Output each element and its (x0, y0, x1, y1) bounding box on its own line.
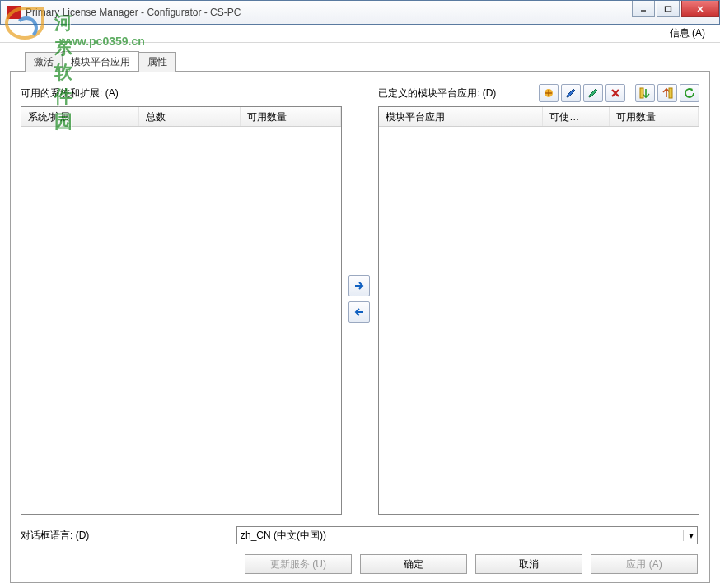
language-select[interactable]: zh_CN (中文(中国)) ▾ (236, 526, 698, 544)
delete-button[interactable] (605, 84, 625, 102)
right-col-available[interactable]: 可用数量 (610, 107, 699, 126)
language-label: 对话框语言: (D) (21, 529, 227, 543)
import-button[interactable] (635, 84, 655, 102)
left-col-total[interactable]: 总数 (139, 107, 240, 126)
menu-info[interactable]: 信息 (A) (665, 25, 710, 42)
tabstrip: 激活 模块平台应用 属性 (25, 51, 710, 71)
right-list-header: 模块平台应用 可使… 可用数量 (379, 107, 699, 127)
svg-rect-5 (640, 88, 643, 98)
cancel-button[interactable]: 取消 (475, 554, 582, 574)
tab-panel: 可用的系统和扩展: (A) 系统/扩展 总数 可用数量 (10, 71, 710, 583)
svg-rect-6 (669, 88, 672, 98)
left-col-system[interactable]: 系统/扩展 (21, 107, 139, 126)
tab-attributes[interactable]: 属性 (138, 52, 176, 72)
left-list-header: 系统/扩展 总数 可用数量 (21, 107, 341, 127)
app-icon (7, 6, 21, 19)
right-list[interactable]: 模块平台应用 可使… 可用数量 (378, 106, 699, 515)
right-col-module[interactable]: 模块平台应用 (379, 107, 543, 126)
export-button[interactable] (657, 84, 677, 102)
right-label: 已定义的模块平台应用: (D) (378, 86, 539, 100)
dialog-buttons: 更新服务 (U) 确定 取消 应用 (A) (21, 554, 699, 574)
right-col-usable[interactable]: 可使… (543, 107, 610, 126)
window-controls (630, 1, 719, 17)
svg-rect-1 (666, 7, 671, 12)
titlebar: Primary License Manager - Configurator -… (0, 0, 720, 25)
transfer-buttons (348, 83, 372, 515)
maximize-button[interactable] (657, 1, 680, 17)
edit-button[interactable] (561, 84, 581, 102)
left-list[interactable]: 系统/扩展 总数 可用数量 (21, 106, 342, 515)
two-pane: 可用的系统和扩展: (A) 系统/扩展 总数 可用数量 (21, 83, 699, 515)
left-pane: 可用的系统和扩展: (A) 系统/扩展 总数 可用数量 (21, 83, 342, 515)
minimize-button[interactable] (632, 1, 655, 17)
refresh-button[interactable] (680, 84, 699, 102)
right-pane: 已定义的模块平台应用: (D) 模块平台应用 (378, 83, 699, 515)
language-row: 对话框语言: (D) zh_CN (中文(中国)) ▾ (21, 526, 699, 544)
window-title: Primary License Manager - Configurator -… (26, 7, 719, 18)
tab-modules[interactable]: 模块平台应用 (62, 51, 139, 71)
right-toolbar (539, 84, 699, 102)
left-col-available[interactable]: 可用数量 (241, 107, 341, 126)
new-button[interactable] (539, 84, 559, 102)
edit-alt-button[interactable] (583, 84, 603, 102)
client-area: 激活 模块平台应用 属性 可用的系统和扩展: (A) 系统/扩展 总数 可用数量 (0, 43, 720, 588)
move-right-button[interactable] (348, 275, 370, 296)
update-service-button[interactable]: 更新服务 (U) (245, 554, 352, 574)
move-left-button[interactable] (348, 301, 370, 323)
ok-button[interactable]: 确定 (360, 554, 467, 574)
right-list-body[interactable] (379, 127, 699, 514)
left-list-body[interactable] (21, 127, 341, 514)
language-value: zh_CN (中文(中国)) (241, 529, 326, 543)
left-label: 可用的系统和扩展: (A) (21, 86, 342, 100)
tab-activate[interactable]: 激活 (25, 52, 63, 72)
close-button[interactable] (681, 1, 719, 17)
apply-button[interactable]: 应用 (A) (591, 554, 698, 574)
chevron-down-icon: ▾ (683, 530, 694, 541)
menubar: 信息 (A) (0, 25, 720, 43)
